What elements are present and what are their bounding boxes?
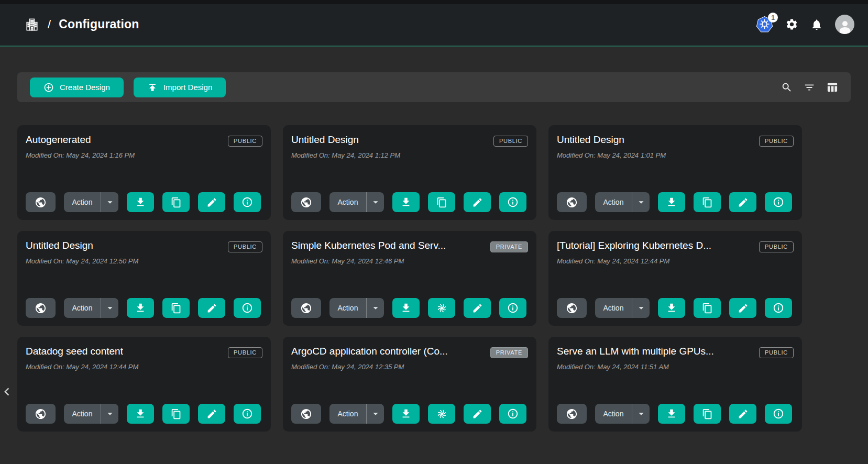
edit-button[interactable] [729, 404, 756, 424]
visibility-badge: PUBLIC [493, 136, 528, 147]
visibility-globe-button[interactable] [291, 192, 321, 212]
card-action-bar: Action [26, 192, 262, 212]
visibility-globe-button[interactable] [291, 404, 321, 424]
action-button[interactable]: Action [329, 410, 366, 418]
filter-icon[interactable] [804, 82, 815, 93]
organization-building-icon[interactable] [24, 17, 40, 32]
table-view-icon[interactable] [826, 81, 838, 93]
gear-icon[interactable] [785, 18, 798, 31]
action-dropdown-toggle[interactable] [367, 192, 384, 212]
action-dropdown-toggle[interactable] [632, 298, 650, 318]
download-icon [666, 196, 677, 208]
create-design-button[interactable]: Create Design [30, 78, 124, 97]
download-button[interactable] [658, 192, 685, 212]
action-dropdown-toggle[interactable] [632, 404, 650, 424]
download-icon [135, 302, 146, 314]
globe-icon [35, 196, 47, 208]
download-button[interactable] [658, 404, 685, 424]
download-button[interactable] [392, 192, 420, 212]
visibility-globe-button[interactable] [557, 298, 587, 318]
visibility-globe-button[interactable] [26, 404, 56, 424]
visibility-globe-button[interactable] [291, 298, 321, 318]
plus-circle-icon [43, 82, 54, 93]
clone-button[interactable] [162, 404, 190, 424]
download-button[interactable] [392, 298, 420, 318]
download-button[interactable] [392, 404, 420, 424]
action-split-button: Action [595, 192, 650, 212]
action-button[interactable]: Action [595, 410, 632, 418]
edit-button[interactable] [198, 404, 225, 424]
clone-button[interactable] [162, 192, 190, 212]
action-dropdown-toggle[interactable] [367, 298, 384, 318]
edit-button[interactable] [729, 298, 756, 318]
clone-button[interactable] [162, 298, 190, 318]
clone-button[interactable] [694, 404, 721, 424]
modified-timestamp: Modified On: May 24, 2024 12:50 PM [26, 257, 262, 265]
avatar[interactable] [835, 15, 854, 34]
clone-button[interactable] [694, 298, 721, 318]
globe-icon [566, 196, 578, 208]
action-split-button: Action [595, 404, 650, 424]
card-action-bar: Action [557, 192, 794, 212]
visibility-globe-button[interactable] [557, 192, 587, 212]
action-button[interactable]: Action [329, 198, 366, 206]
info-icon [241, 408, 253, 419]
search-icon[interactable] [781, 82, 793, 93]
drawer-collapse-toggle[interactable] [0, 384, 15, 400]
design-card: ArgoCD application controller (Co... PRI… [283, 337, 536, 432]
action-dropdown-toggle[interactable] [367, 404, 384, 424]
info-button[interactable] [765, 298, 792, 318]
info-button[interactable] [765, 404, 792, 424]
action-button[interactable]: Action [329, 304, 366, 312]
info-button[interactable] [765, 192, 792, 212]
visibility-badge: PRIVATE [490, 347, 528, 358]
visibility-globe-button[interactable] [26, 192, 56, 212]
clone-button[interactable] [428, 298, 455, 318]
visibility-globe-button[interactable] [557, 404, 587, 424]
clone-button[interactable] [428, 404, 455, 424]
clone-button[interactable] [694, 192, 721, 212]
action-dropdown-toggle[interactable] [101, 298, 118, 318]
info-button[interactable] [234, 298, 261, 318]
copy-icon [171, 303, 182, 314]
action-button[interactable]: Action [595, 198, 632, 206]
pencil-icon [738, 197, 749, 208]
action-button[interactable]: Action [64, 304, 101, 312]
edit-button[interactable] [464, 192, 491, 212]
copy-icon [436, 197, 447, 208]
design-swirl-icon [436, 302, 448, 314]
edit-button[interactable] [198, 298, 225, 318]
info-icon [507, 196, 519, 208]
info-button[interactable] [499, 404, 526, 424]
download-icon [135, 196, 146, 208]
action-button[interactable]: Action [64, 198, 101, 206]
kubernetes-context-chip[interactable]: 1 [756, 16, 773, 32]
action-button[interactable]: Action [595, 304, 632, 312]
edit-button[interactable] [464, 298, 491, 318]
action-button[interactable]: Action [64, 410, 101, 418]
globe-icon [35, 408, 47, 420]
visibility-globe-button[interactable] [26, 298, 56, 318]
clone-button[interactable] [428, 192, 455, 212]
edit-button[interactable] [198, 192, 225, 212]
pencil-icon [206, 303, 217, 314]
bell-icon[interactable] [810, 18, 823, 31]
download-button[interactable] [658, 298, 685, 318]
action-dropdown-toggle[interactable] [632, 192, 650, 212]
info-button[interactable] [234, 404, 261, 424]
download-button[interactable] [127, 404, 154, 424]
edit-button[interactable] [729, 192, 756, 212]
design-card: Untitled Design PUBLIC Modified On: May … [283, 125, 536, 220]
download-button[interactable] [127, 298, 154, 318]
info-button[interactable] [234, 192, 261, 212]
download-button[interactable] [127, 192, 154, 212]
action-split-button: Action [64, 298, 118, 318]
info-button[interactable] [499, 298, 526, 318]
action-dropdown-toggle[interactable] [101, 192, 118, 212]
import-design-button[interactable]: Import Design [134, 78, 226, 97]
chevron-down-icon [370, 196, 381, 208]
card-action-bar: Action [291, 404, 528, 424]
edit-button[interactable] [464, 404, 491, 424]
action-dropdown-toggle[interactable] [101, 404, 118, 424]
info-button[interactable] [499, 192, 526, 212]
